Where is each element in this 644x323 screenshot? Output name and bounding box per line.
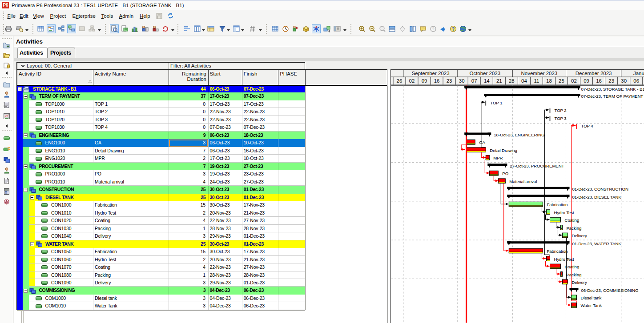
svg-text:02: 02 <box>571 79 577 84</box>
svg-text:Packing: Packing <box>566 272 581 277</box>
svg-text:21: 21 <box>496 79 502 84</box>
svg-text:TOP 2: TOP 2 <box>554 108 566 113</box>
svg-text:Hydro Test: Hydro Test <box>554 210 574 215</box>
svg-text:Material arrival: Material arrival <box>509 179 537 184</box>
svg-text:07-Dec-23, STORAGE TANK - B1: 07-Dec-23, STORAGE TANK - B1 <box>581 87 644 92</box>
svg-text:07-Dec-23, TERM OF PAYMENT: 07-Dec-23, TERM OF PAYMENT <box>581 94 643 99</box>
svg-text:Packing: Packing <box>566 226 581 231</box>
svg-text:18: 18 <box>546 79 552 84</box>
svg-text:25: 25 <box>559 79 564 84</box>
svg-text:November 2023: November 2023 <box>521 71 557 76</box>
svg-text:TOP 1: TOP 1 <box>490 100 502 105</box>
svg-text:TOP 3: TOP 3 <box>554 116 566 121</box>
svg-text:30: 30 <box>621 79 627 84</box>
svg-text:December 2023: December 2023 <box>576 71 612 76</box>
svg-text:23: 23 <box>608 79 614 84</box>
svg-text:Diesel tank: Diesel tank <box>580 295 601 300</box>
svg-text:02: 02 <box>409 79 415 84</box>
svg-text:Delivery: Delivery <box>572 234 587 239</box>
svg-text:October 2023: October 2023 <box>469 71 500 76</box>
svg-text:Detail Drawing: Detail Drawing <box>490 148 517 153</box>
svg-text:16: 16 <box>434 79 440 84</box>
svg-text:07: 07 <box>471 79 477 84</box>
svg-text:11: 11 <box>534 79 539 84</box>
svg-text:Water Tank: Water Tank <box>580 303 602 308</box>
svg-text:Coating: Coating <box>564 264 579 269</box>
svg-text:28: 28 <box>509 79 515 84</box>
svg-text:06: 06 <box>633 79 639 84</box>
svg-text:GA: GA <box>479 140 485 145</box>
svg-text:27-Oct-23, PROCUREMENT: 27-Oct-23, PROCUREMENT <box>510 163 564 168</box>
svg-text:September 2023: September 2023 <box>411 71 449 76</box>
svg-text:09: 09 <box>422 79 427 84</box>
svg-text:MPR: MPR <box>493 156 503 161</box>
svg-text:Delivery: Delivery <box>572 280 587 285</box>
svg-text:Coating: Coating <box>564 218 579 223</box>
svg-text:14: 14 <box>484 79 490 84</box>
svg-text:TOP 4: TOP 4 <box>581 124 593 129</box>
svg-text:04: 04 <box>521 79 527 84</box>
svg-text:26: 26 <box>396 79 402 84</box>
svg-text:18-Oct-23, ENGINEERING: 18-Oct-23, ENGINEERING <box>494 132 544 137</box>
svg-text:23: 23 <box>447 79 452 84</box>
svg-text:?: ? <box>452 27 455 32</box>
svg-text:09: 09 <box>584 79 589 84</box>
svg-text:01-Dec-23, CONSTRUCTION: 01-Dec-23, CONSTRUCTION <box>572 187 628 192</box>
svg-text:Fabrication: Fabrication <box>547 249 568 254</box>
svg-text:30: 30 <box>459 79 465 84</box>
svg-text:Fabrication: Fabrication <box>547 203 568 207</box>
svg-text:16: 16 <box>596 79 602 84</box>
svg-text:January 2024: January 2024 <box>633 71 644 76</box>
svg-text:01-Dec-23, WATER TANK: 01-Dec-23, WATER TANK <box>572 241 621 246</box>
svg-text:PO: PO <box>502 171 508 176</box>
svg-text:Hydro Test: Hydro Test <box>554 257 574 262</box>
svg-text:01-Dec-23, DIESEL TANK: 01-Dec-23, DIESEL TANK <box>572 195 621 199</box>
svg-text:06-Dec-23, COMMISSIONING: 06-Dec-23, COMMISSIONING <box>581 288 638 293</box>
svg-text:?: ? <box>432 27 434 31</box>
